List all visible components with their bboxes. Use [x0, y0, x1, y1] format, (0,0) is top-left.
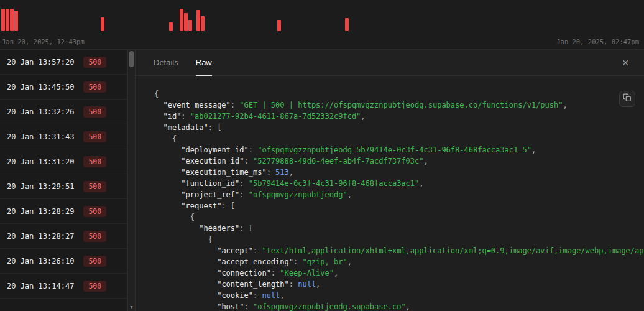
log-detail-panel: Details Raw ✕ { "event_message": "GET | … [136, 50, 644, 311]
status-badge: 500 [83, 156, 106, 167]
status-badge: 500 [83, 256, 106, 267]
log-row[interactable]: 20 Jan 13:26:10500 [0, 249, 127, 274]
raw-json-line: "metadata": [ [154, 122, 644, 133]
timeline-bar[interactable] [6, 9, 9, 31]
timeline-bar[interactable] [184, 13, 188, 31]
copy-icon [623, 93, 632, 104]
log-timestamp: 20 Jan 13:14:47 [7, 282, 74, 290]
raw-json-line: { [154, 133, 644, 144]
log-timestamp: 20 Jan 13:29:51 [7, 182, 74, 191]
raw-json-line: "cookie": null, [154, 290, 644, 301]
raw-json-line: "execution_id": "52779888-49d6-4eef-ab4f… [154, 156, 644, 167]
raw-json-line: "accept": "text/html,application/xhtml+x… [154, 245, 644, 256]
raw-json-line: "function_id": "5b79414e-0c3f-4c31-96f8-… [154, 178, 644, 189]
timeline-bar[interactable] [169, 22, 173, 31]
timeline-bar[interactable] [188, 20, 192, 31]
raw-json-line: "id": "ab021277-92b4-4611-867a-7d52332c9… [154, 111, 644, 122]
tab-raw[interactable]: Raw [196, 50, 212, 75]
close-icon[interactable]: ✕ [622, 58, 629, 67]
detail-panel-header: Details Raw ✕ [136, 50, 644, 76]
log-row[interactable]: 20 Jan 13:32:26500 [0, 100, 127, 124]
raw-json-line: "request": [ [154, 200, 644, 211]
scrollbar-thumb[interactable] [129, 51, 134, 67]
log-list-sidebar: 20 Jan 13:57:2050020 Jan 13:45:5050020 J… [0, 50, 136, 311]
timeline-bar[interactable] [180, 9, 183, 31]
status-badge: 500 [83, 57, 106, 68]
timeline-bar[interactable] [10, 9, 14, 31]
raw-json-line: { [154, 234, 644, 245]
log-row[interactable]: 20 Jan 13:29:51500 [0, 174, 127, 199]
log-row[interactable]: 20 Jan 13:57:20500 [0, 50, 127, 75]
raw-json-line: "connection": "Keep-Alive", [154, 267, 644, 279]
log-timestamp: 20 Jan 13:57:20 [7, 58, 74, 67]
status-badge: 500 [83, 281, 106, 292]
raw-json-line: { [154, 88, 644, 100]
raw-json-line: "accept_encoding": "gzip, br", [154, 256, 644, 267]
timeline-bar[interactable] [1, 9, 5, 31]
raw-json: { "event_message": "GET | 500 | https://… [136, 76, 644, 311]
timeline-bars [0, 0, 644, 31]
raw-json-line: "execution_time_ms": 513, [154, 167, 644, 178]
timeline-axis-labels: Jan 20, 2025, 12:43pm Jan 20, 2025, 02:4… [2, 38, 639, 45]
log-row[interactable]: 20 Jan 13:28:29500 [0, 199, 127, 224]
timeline-end-label: Jan 20, 2025, 02:47pm [556, 38, 639, 45]
status-badge: 500 [83, 81, 106, 93]
status-badge: 500 [83, 231, 106, 242]
content-area: 20 Jan 13:57:2050020 Jan 13:45:5050020 J… [0, 50, 644, 311]
log-list: 20 Jan 13:57:2050020 Jan 13:45:5050020 J… [0, 50, 127, 299]
status-badge: 500 [83, 181, 106, 192]
log-row[interactable]: 20 Jan 13:45:50500 [0, 75, 127, 100]
raw-json-line: "headers": [ [154, 223, 644, 234]
raw-json-line: "project_ref": "ofspqmvgzznpubtjeodg", [154, 189, 644, 200]
log-timestamp: 20 Jan 13:28:29 [7, 207, 74, 216]
timeline-bar[interactable] [201, 16, 205, 31]
status-badge: 500 [83, 131, 106, 142]
raw-json-line: "event_message": "GET | 500 | https://of… [154, 100, 644, 111]
status-badge: 500 [83, 206, 106, 217]
raw-json-line: "deployment_id": "ofspqmvgzznpubtjeodg_5… [154, 144, 644, 156]
raw-json-line: "content_length": null, [154, 279, 644, 290]
log-list-scrollbar[interactable]: ▼ [127, 50, 135, 311]
log-timestamp: 20 Jan 13:28:27 [7, 232, 74, 241]
log-timestamp: 20 Jan 13:45:50 [7, 83, 74, 91]
log-row[interactable]: 20 Jan 13:31:43500 [0, 124, 127, 149]
timeline-bar[interactable] [14, 11, 18, 31]
raw-json-line: { [154, 211, 644, 223]
log-row[interactable]: 20 Jan 13:14:47500 [0, 274, 127, 299]
raw-json-container: { "event_message": "GET | 500 | https://… [136, 76, 644, 311]
copy-button[interactable] [619, 91, 635, 107]
log-row[interactable]: 20 Jan 13:28:27500 [0, 224, 127, 249]
timeline-bar[interactable] [196, 10, 200, 31]
timeline-bar[interactable] [345, 18, 349, 31]
status-badge: 500 [83, 106, 106, 118]
raw-json-line: "host": "ofspqmvgzznpubtjeodg.supabase.c… [154, 301, 644, 311]
timeline-start-label: Jan 20, 2025, 12:43pm [2, 38, 85, 45]
scroll-down-arrow-icon[interactable]: ▼ [128, 305, 135, 309]
timeline-chart: Jan 20, 2025, 12:43pm Jan 20, 2025, 02:4… [0, 0, 644, 50]
log-timestamp: 20 Jan 13:26:10 [7, 257, 74, 266]
log-timestamp: 20 Jan 13:32:26 [7, 108, 74, 116]
log-timestamp: 20 Jan 13:31:20 [7, 157, 74, 166]
tab-details[interactable]: Details [154, 50, 178, 75]
timeline-bar[interactable] [101, 17, 104, 31]
log-row[interactable]: 20 Jan 13:31:20500 [0, 149, 127, 174]
log-timestamp: 20 Jan 13:31:43 [7, 132, 74, 141]
timeline-bar[interactable] [277, 20, 281, 31]
